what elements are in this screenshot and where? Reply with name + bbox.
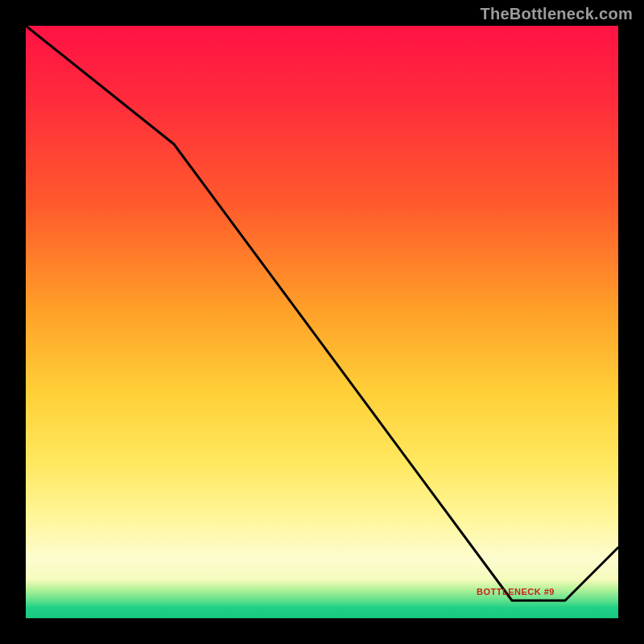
bottleneck-annotation: BOTTLENECK #9 <box>477 587 555 597</box>
plot-area: BOTTLENECK #9 <box>26 26 618 618</box>
bottleneck-curve <box>26 26 618 618</box>
watermark-text: TheBottleneck.com <box>480 5 633 23</box>
chart-stage: TheBottleneck.com BOTTLENECK #9 <box>0 0 644 644</box>
